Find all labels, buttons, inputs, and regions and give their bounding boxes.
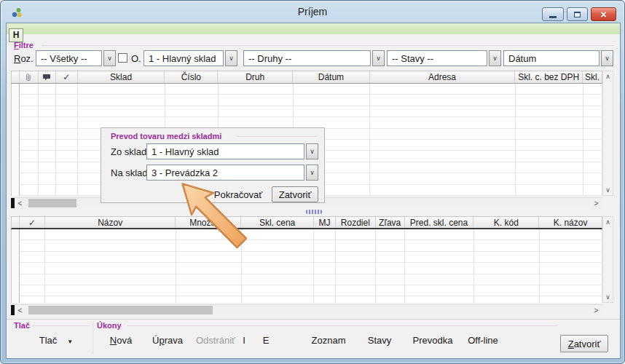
filters-group-line bbox=[42, 45, 614, 46]
column-header-sklad[interactable]: Sklad bbox=[78, 71, 165, 83]
edit-button[interactable]: Úprava bbox=[146, 332, 189, 349]
chevron-down-icon[interactable]: ∨ bbox=[489, 50, 501, 66]
states-button[interactable]: Stavy bbox=[362, 332, 397, 349]
window: Príjem × H Filtre Roz. -- Všetky -- ∨ O.… bbox=[0, 0, 625, 364]
scrollbar-thumb[interactable] bbox=[28, 199, 76, 207]
from-warehouse-value[interactable]: 1 - Hlavný sklad bbox=[146, 143, 304, 159]
scroll-up-icon[interactable]: ∧ bbox=[603, 71, 613, 82]
filter-states-select[interactable]: -- Stavy -- ∨ bbox=[387, 50, 501, 66]
new-button[interactable]: Nová bbox=[103, 332, 139, 349]
print-button[interactable]: Tlač▼ bbox=[25, 332, 87, 349]
dialog-title: Prevod tovaru medzi skladmi bbox=[111, 132, 221, 141]
check-icon: ✓ bbox=[28, 218, 36, 228]
scroll-left-icon[interactable]: < bbox=[15, 305, 25, 315]
grid-column bbox=[376, 229, 405, 303]
column-header-skl-c-bez-dph[interactable]: Skl. c. bez DPH bbox=[515, 71, 583, 83]
filter-types-value[interactable]: -- Druhy -- bbox=[243, 50, 371, 66]
grid-column bbox=[45, 229, 176, 303]
filters-group-label: Filtre bbox=[14, 41, 34, 50]
grid-column bbox=[540, 229, 602, 303]
documents-vertical-scrollbar[interactable]: ∧ ∨ bbox=[602, 71, 613, 196]
dialog-close-button[interactable]: Zatvoriť bbox=[272, 186, 318, 202]
transfer-button[interactable]: Prevodka bbox=[409, 332, 457, 349]
column-header-rozdiel[interactable]: Rozdiel bbox=[336, 217, 376, 228]
chevron-down-icon[interactable]: ∨ bbox=[103, 50, 116, 66]
filter-all-value[interactable]: -- Všetky -- bbox=[36, 50, 102, 66]
filter-all-select[interactable]: -- Všetky -- ∨ bbox=[36, 50, 116, 66]
scroll-right-icon[interactable]: > bbox=[591, 198, 602, 208]
items-table-body[interactable] bbox=[11, 229, 602, 303]
filter-states-value[interactable]: -- Stavy -- bbox=[387, 50, 487, 66]
column-header-pred-skl-cena[interactable]: Pred. skl. cena bbox=[405, 217, 474, 228]
footer-group-divider bbox=[93, 322, 93, 355]
close-window-button[interactable]: Zatvoriť bbox=[560, 335, 608, 352]
grid-columns bbox=[12, 229, 602, 303]
documents-table-header: ✓ Sklad Číslo Druh Dátum Adresa Skl. c. … bbox=[11, 71, 602, 84]
o-checkbox[interactable] bbox=[118, 53, 127, 63]
title-bar[interactable]: Príjem × bbox=[1, 1, 624, 23]
filter-types-select[interactable]: -- Druhy -- ∨ bbox=[243, 50, 385, 66]
grid-column bbox=[516, 84, 583, 196]
column-header-k-kod[interactable]: K. kód bbox=[473, 217, 539, 228]
scroll-down-icon[interactable]: ∨ bbox=[603, 185, 613, 195]
items-table-header: ✓ Názov Množstvo Skl. cena MJ Rozdiel Zľ… bbox=[11, 216, 602, 229]
filter-warehouse-select[interactable]: 1 - Hlavný sklad ∨ bbox=[144, 50, 237, 66]
import-button[interactable]: I bbox=[237, 332, 251, 349]
splitter-grip[interactable] bbox=[306, 210, 322, 214]
filter-date-select[interactable]: Dátum ∨ bbox=[503, 50, 613, 66]
column-header-adresa[interactable]: Adresa bbox=[370, 71, 516, 83]
column-header-k-nazov[interactable]: K. názov bbox=[539, 217, 602, 228]
comment-icon bbox=[42, 74, 51, 82]
items-vertical-scrollbar[interactable]: ∧ ∨ bbox=[602, 216, 613, 303]
scroll-right-icon[interactable]: > bbox=[591, 305, 602, 315]
close-button[interactable]: × bbox=[591, 7, 616, 21]
footer-divider bbox=[7, 319, 620, 320]
comment-column-header[interactable] bbox=[39, 71, 56, 83]
chevron-down-icon[interactable]: ∨ bbox=[306, 165, 318, 181]
scroll-down-icon[interactable]: ∨ bbox=[603, 292, 613, 302]
offline-button[interactable]: Off-line bbox=[463, 332, 503, 349]
filter-warehouse-value[interactable]: 1 - Hlavný sklad bbox=[144, 50, 224, 66]
column-header-zlava[interactable]: Zľava bbox=[376, 217, 405, 228]
paperclip-icon bbox=[24, 73, 33, 82]
maximize-button[interactable] bbox=[567, 7, 588, 21]
attachment-column-header[interactable] bbox=[20, 71, 39, 83]
chevron-down-icon[interactable]: ∨ bbox=[372, 50, 385, 66]
filter-date-value[interactable]: Dátum bbox=[503, 50, 600, 66]
row-indicator-column bbox=[12, 71, 20, 83]
from-warehouse-select[interactable]: 1 - Hlavný sklad ∨ bbox=[146, 143, 318, 159]
grid-column bbox=[583, 84, 602, 196]
chevron-down-icon[interactable]: ∨ bbox=[306, 143, 318, 159]
grid-column bbox=[20, 84, 39, 196]
column-header-skl[interactable]: Skl. bbox=[583, 71, 602, 83]
dropdown-arrow-icon: ▼ bbox=[67, 339, 73, 345]
list-button[interactable]: Zoznam bbox=[305, 332, 352, 349]
chevron-down-icon[interactable]: ∨ bbox=[601, 50, 613, 66]
column-header-cislo[interactable]: Číslo bbox=[165, 71, 218, 83]
scroll-left-icon[interactable]: < bbox=[15, 198, 25, 208]
grid-column bbox=[405, 229, 474, 303]
minimize-button[interactable] bbox=[542, 7, 564, 21]
to-warehouse-label: Na sklad bbox=[111, 167, 148, 178]
o-checkbox-label: O. bbox=[131, 53, 141, 64]
items-horizontal-scrollbar[interactable]: < > bbox=[11, 304, 603, 314]
menu-strip bbox=[7, 23, 620, 34]
column-header-datum[interactable]: Dátum bbox=[293, 71, 370, 83]
check-column-header[interactable]: ✓ bbox=[56, 71, 78, 83]
grid-column bbox=[12, 229, 20, 303]
column-header-nazov[interactable]: Názov bbox=[45, 217, 176, 228]
export-button[interactable]: E bbox=[259, 332, 273, 349]
grid-column bbox=[474, 229, 540, 303]
grid-column bbox=[20, 229, 45, 303]
scrollbar-thumb[interactable] bbox=[28, 306, 213, 314]
chevron-down-icon[interactable]: ∨ bbox=[225, 50, 237, 66]
check-icon: ✓ bbox=[63, 72, 70, 82]
grid-column bbox=[314, 229, 336, 303]
maximize-icon bbox=[574, 12, 581, 17]
window-controls: × bbox=[542, 7, 616, 21]
column-header-druh[interactable]: Druh bbox=[218, 71, 293, 83]
scroll-up-icon[interactable]: ∧ bbox=[603, 217, 613, 227]
check-column-header[interactable]: ✓ bbox=[20, 217, 45, 228]
column-header-mj[interactable]: MJ bbox=[314, 217, 336, 228]
delete-button[interactable]: Odstrániť bbox=[192, 332, 240, 349]
